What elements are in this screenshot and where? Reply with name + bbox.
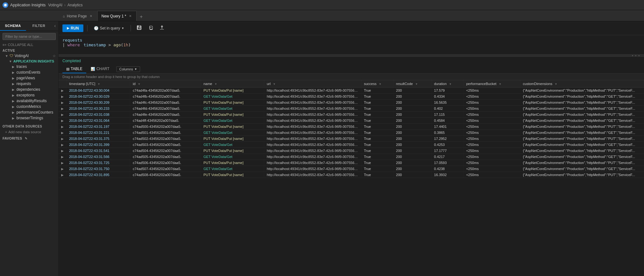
cell-url-1: http://localhost:49341/c9bc8552-83e7-42c… [264,94,361,100]
row-expander-9[interactable]: ▶ [59,142,67,148]
row-expander-12[interactable]: ▶ [59,160,67,166]
table-row[interactable]: ▶ 2018-04-02T22:43:31.750 c74ad507-43456… [59,166,644,172]
table-row[interactable]: ▶ 2018-04-02T22:43:30.029 c74ad4fb-43456… [59,94,644,100]
customdim-filter-icon[interactable]: ▼ [555,82,557,86]
th-duration[interactable]: duration ▼ [431,80,463,88]
breadcrumb-item-1[interactable]: VotingAI [48,3,62,7]
set-query-button[interactable]: 🕐 Set in query ▼ [91,24,127,32]
sidebar-collapse-arrow[interactable]: ‹ [52,21,58,31]
cell-duration-10: 17.1777 [431,148,463,154]
table-row[interactable]: ▶ 2018-04-02T22:43:31.038 c74ad4fe-43456… [59,112,644,118]
table-row[interactable]: ▶ 2018-04-02T22:43:31.197 c74ad500-43456… [59,124,644,130]
th-id[interactable]: id ▼ [130,80,201,88]
table-row[interactable]: ▶ 2018-04-02T22:43:30.209 c74ad4fc-43456… [59,100,644,106]
results-table-container[interactable]: timestamp [UTC] ▼ id ▼ name ▼ url ▼ succ… [59,80,644,276]
duration-filter-icon[interactable]: ▼ [449,82,452,86]
cell-timestamp-14: 2018-04-02T22:43:31.895 [67,172,130,178]
th-customdim[interactable]: customDimensions ▼ [520,80,644,88]
cell-name-13: GET VoteData/Get [201,166,264,172]
row-expander-8[interactable]: ▶ [59,136,67,142]
row-expander-13[interactable]: ▶ [59,166,67,172]
row-expander-6[interactable]: ▶ [59,124,67,130]
sidebar-item-pageViews[interactable]: ▶pageViews [0,75,58,81]
name-filter-icon[interactable]: ▼ [214,82,217,86]
row-expander-2[interactable]: ▶ [59,100,67,106]
table-row[interactable]: ▶ 2018-04-02T22:43:31.541 c74ad504-43456… [59,148,644,154]
table-row[interactable]: ▶ 2018-04-02T22:43:31.895 c74ad508-43456… [59,172,644,178]
table-row[interactable]: ▶ 2018-04-02T22:43:30.233 c74ad4fd-43456… [59,106,644,112]
cell-duration-0: 17.579 [431,88,463,94]
other-section-label: OTHER DATA SOURCES [0,123,58,129]
sidebar-item-exceptions[interactable]: ▶exceptions [0,92,58,98]
th-name[interactable]: name ▼ [201,80,264,88]
sidebar-tab-schema[interactable]: SCHEMA [0,21,26,31]
row-expander-5[interactable]: ▶ [59,118,67,124]
tab-query[interactable]: New Query 1 * ✕ [97,11,137,21]
result-tab-table[interactable]: ▤ TABLE [62,65,86,73]
tab-home-close[interactable]: ✕ [89,14,93,18]
th-perfbucket[interactable]: performanceBucket ▼ [463,80,520,88]
row-expander-10[interactable]: ▶ [59,148,67,154]
row-expander-14[interactable]: ▶ [59,172,67,178]
th-resultcode[interactable]: resultCode ▼ [393,80,431,88]
result-tab-chart[interactable]: 📊 CHART [87,65,113,73]
sidebar-item-availabilityResults[interactable]: ▶availabilityResults [0,98,58,104]
sidebar-item-browserTimings[interactable]: ▶browserTimings [0,115,58,121]
breadcrumb-item-2[interactable]: Analytics [68,3,83,7]
favorites-edit-icon[interactable]: ✎ [25,137,27,140]
table-row[interactable]: ▶ 2018-04-02T22:43:31.566 c74ad505-43456… [59,154,644,160]
ai-section[interactable]: ▼ APPLICATION INSIGHTS [0,59,58,64]
th-url[interactable]: url ▼ [264,80,361,88]
sidebar-filter-input[interactable] [3,33,56,40]
table-row[interactable]: ▶ 2018-04-02T22:43:31.221 c74ad501-43456… [59,130,644,136]
table-row[interactable]: ▶ 2018-04-02T22:43:31.375 c74ad502-43456… [59,136,644,142]
tab-add-button[interactable]: + [137,13,146,21]
th-timestamp[interactable]: timestamp [UTC] ▼ [67,80,130,88]
row-expander-0[interactable]: ▶ [59,88,67,94]
sidebar-item-traces[interactable]: ▶traces [0,64,58,69]
save-button[interactable] [135,24,144,32]
success-filter-icon[interactable]: ▼ [379,82,382,86]
run-button[interactable]: ▶ RUN [62,24,83,32]
table-row[interactable]: ▶ 2018-04-02T22:43:31.725 c74ad506-43456… [59,160,644,166]
timestamp-filter-icon[interactable]: ▼ [98,82,100,86]
cell-customdim-13: {"AspNetCoreEnvironment":"Production","h… [520,166,644,172]
cell-success-10: True [361,148,393,154]
workspace-star[interactable]: ☆ [53,54,56,58]
row-expander-3[interactable]: ▶ [59,106,67,112]
row-expander-11[interactable]: ▶ [59,154,67,160]
table-row[interactable]: ▶ 2018-04-02T22:43:31.064 c74ad4ff-43456… [59,118,644,124]
sidebar-item-performanceCounters[interactable]: ▶performanceCounters [0,109,58,115]
table-row[interactable]: ▶ 2018-04-02T22:43:31.399 c74ad503-43456… [59,142,644,148]
th-success[interactable]: success ▼ [361,80,393,88]
url-filter-icon[interactable]: ▼ [273,82,276,86]
top-bar: Application Insights VotingAI › Analytic… [0,0,644,10]
cell-id-7: c74ad501-43456202a007daa5. [130,130,201,136]
sidebar-item-dependencies[interactable]: ▶dependencies [0,87,58,92]
tab-home[interactable]: ⌂ Home Page ✕ [59,11,97,21]
add-datasource-button[interactable]: + Add new data source [0,129,58,135]
sidebar-tab-filter[interactable]: FILTER [26,21,52,31]
row-expander-7[interactable]: ▶ [59,130,67,136]
workspace-arrow: ▼ [5,54,8,58]
resultcode-filter-icon[interactable]: ▼ [415,82,418,86]
row-expander-4[interactable]: ▶ [59,112,67,118]
cell-timestamp-2: 2018-04-02T22:43:30.209 [67,100,130,106]
tab-query-close[interactable]: ✕ [128,14,132,18]
row-expander-1[interactable]: ▶ [59,94,67,100]
export-button[interactable] [158,24,166,32]
id-filter-icon[interactable]: ▼ [138,82,141,86]
perfbucket-filter-icon[interactable]: ▼ [499,82,501,86]
query-editor[interactable]: requests | where timestamp > ago(1h) [59,35,644,54]
sidebar-item-requests[interactable]: ▶requests [0,81,58,87]
tab-home-label: Home Page [67,14,87,18]
sidebar-item-customEvents[interactable]: ▶customEvents [0,69,58,75]
columns-button[interactable]: Columns ▼ [116,66,140,72]
copy-link-button[interactable] [146,24,155,32]
favorites-section[interactable]: FAVORITES ✎ [0,135,58,141]
collapse-all-button[interactable]: ≡+ COLLAPSE ALL [0,42,58,48]
editor-divider[interactable]: • • • [59,54,644,57]
workspace-item[interactable]: ▼ 🛡 VotingAI ☆ [0,53,58,59]
sidebar-item-customMetrics[interactable]: ▶customMetrics [0,104,58,109]
table-row[interactable]: ▶ 2018-04-02T22:43:30.004 c74ad4fa-43456… [59,88,644,94]
